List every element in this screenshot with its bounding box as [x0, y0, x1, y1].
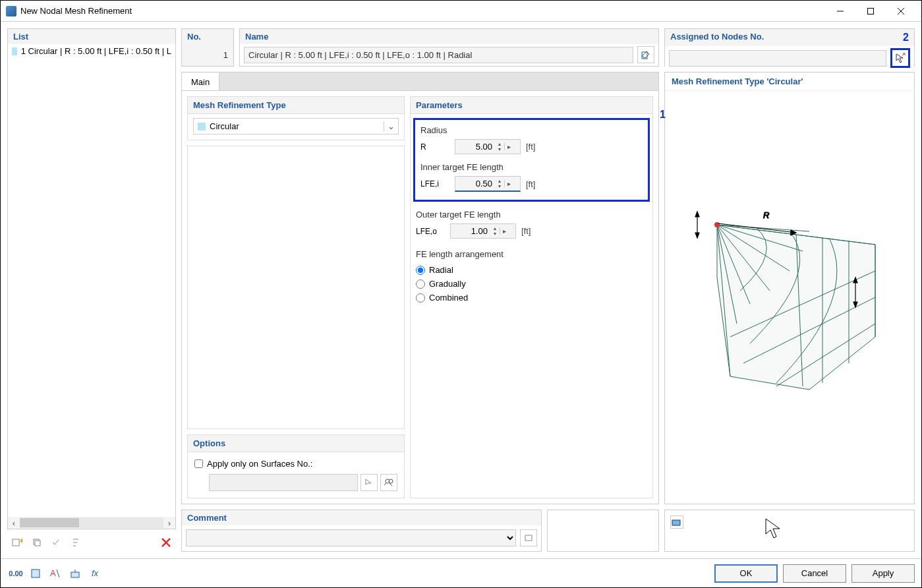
chevron-down-icon: ⌄ — [384, 121, 398, 131]
inner-spinner[interactable]: ▴▾ — [495, 179, 504, 189]
find-surfaces-button[interactable] — [380, 474, 397, 491]
scroll-thumb[interactable] — [20, 518, 79, 527]
tabs: Main — [181, 72, 659, 90]
svg-marker-38 — [695, 212, 699, 217]
cancel-button[interactable]: Cancel — [783, 564, 846, 583]
titlebar: New Nodal Mesh Refinement — [1, 1, 921, 22]
options-header: Options — [188, 435, 404, 452]
outer-more[interactable]: ▸ — [500, 227, 509, 235]
svg-text:✶: ✶ — [18, 537, 22, 546]
minimize-button[interactable] — [825, 1, 855, 21]
tab-main[interactable]: Main — [182, 73, 219, 90]
radius-input[interactable] — [455, 140, 495, 154]
edit-name-button[interactable] — [637, 46, 654, 63]
svg-marker-39 — [695, 233, 699, 238]
type-combo[interactable]: Circular ⌄ — [193, 118, 399, 134]
no-input[interactable] — [182, 44, 233, 66]
parameters-panel: Parameters 1 Radius R — [410, 96, 653, 498]
parameters-highlight: Radius R ▴▾ ▸ [ft] — [413, 118, 650, 202]
radius-symbol: R — [420, 142, 449, 152]
svg-text:A: A — [50, 568, 56, 578]
type-header: Mesh Refinement Type — [188, 97, 404, 114]
svg-rect-7 — [35, 541, 40, 546]
options-panel: Options Apply only on Surfaces No.: — [187, 434, 405, 498]
window-title: New Nodal Mesh Refinement — [20, 6, 825, 16]
mesh-diagram-icon: R — [677, 192, 902, 403]
name-input[interactable] — [244, 47, 633, 63]
inner-symbol: LFE,i — [420, 179, 449, 189]
assigned-input[interactable] — [669, 50, 886, 67]
svg-rect-43 — [672, 520, 680, 525]
svg-rect-44 — [32, 570, 40, 577]
comment-header: Comment — [182, 510, 541, 525]
no-header: No. — [182, 29, 233, 44]
list-header: List — [8, 29, 175, 44]
svg-line-15 — [384, 483, 386, 486]
comment-combo[interactable] — [186, 529, 516, 546]
radio-gradually[interactable] — [416, 279, 425, 289]
preview-panel: Mesh Refinement Type 'Circular' — [664, 72, 915, 504]
svg-rect-16 — [525, 535, 532, 541]
svg-point-33 — [714, 222, 720, 227]
radio-radial[interactable] — [416, 266, 425, 275]
close-button[interactable] — [886, 1, 916, 21]
radio-combined-label: Combined — [429, 293, 468, 303]
arrangement-label: FE length arrangement — [411, 249, 652, 259]
assigned-header: Assigned to Nodes No. — [670, 32, 764, 44]
footer: 0.00 A fx OK Cancel Apply — [1, 558, 921, 587]
view1-button[interactable] — [27, 566, 44, 581]
name-header: Name — [240, 29, 658, 44]
inner-input[interactable] — [455, 177, 495, 191]
callout-1: 1 — [660, 109, 666, 121]
radius-unit: [ft] — [526, 142, 535, 152]
type-section: Mesh Refinement Type Circular ⌄ — [187, 96, 405, 140]
outer-symbol: LFE,o — [416, 227, 445, 236]
inner-more[interactable]: ▸ — [504, 180, 513, 187]
parameters-header: Parameters — [416, 100, 463, 110]
svg-text:R: R — [763, 210, 769, 220]
preview-tool-button[interactable] — [670, 515, 683, 529]
sort-button[interactable] — [68, 535, 85, 550]
surfaces-input[interactable] — [209, 474, 358, 491]
list-item[interactable]: 1 Circular | R : 5.00 ft | LFE,i : 0.50 … — [8, 44, 175, 58]
radio-radial-label: Radial — [429, 265, 453, 275]
copy-item-button[interactable] — [28, 535, 45, 550]
list-panel: List 1 Circular | R : 5.00 ft | LFE,i : … — [7, 28, 176, 529]
units-button[interactable]: 0.00 — [7, 566, 24, 581]
apply-button[interactable]: Apply — [851, 564, 915, 583]
list-scrollbar[interactable]: ‹ › — [8, 517, 175, 529]
outer-unit: [ft] — [521, 226, 531, 236]
ok-button[interactable]: OK — [714, 564, 778, 583]
comment-preview — [547, 510, 659, 552]
scroll-left-icon[interactable]: ‹ — [8, 517, 20, 529]
delete-button[interactable] — [158, 535, 175, 550]
callout-2: 2 — [903, 32, 909, 44]
outer-input[interactable] — [451, 224, 490, 238]
no-panel: No. — [181, 28, 234, 67]
view2-button[interactable]: A — [47, 566, 64, 581]
check-button[interactable] — [48, 535, 65, 550]
radius-more[interactable]: ▸ — [504, 143, 513, 150]
fx-button[interactable]: fx — [86, 566, 103, 581]
scroll-right-icon[interactable]: › — [163, 517, 175, 529]
comment-attach-button[interactable] — [520, 529, 537, 546]
radio-combined[interactable] — [416, 293, 425, 303]
type-swatch — [198, 123, 206, 131]
app-icon — [6, 6, 16, 16]
pick-nodes-button[interactable]: × — [890, 48, 910, 68]
radius-spinner[interactable]: ▴▾ — [495, 142, 504, 152]
new-item-button[interactable]: ✶ — [9, 535, 26, 550]
assigned-panel: Assigned to Nodes No. 2 × — [664, 28, 915, 67]
outer-spinner[interactable]: ▴▾ — [490, 226, 500, 237]
item-color-swatch — [12, 47, 17, 55]
svg-text:×: × — [902, 53, 906, 59]
list-toolbar: ✶ — [7, 533, 176, 552]
apply-surfaces-checkbox[interactable] — [194, 459, 203, 468]
preview-header: Mesh Refinement Type 'Circular' — [665, 73, 914, 91]
view3-button[interactable] — [67, 566, 84, 581]
maximize-button[interactable] — [855, 1, 886, 21]
list-item-label: 1 Circular | R : 5.00 ft | LFE,i : 0.50 … — [21, 46, 171, 56]
comment-panel: Comment — [181, 510, 542, 552]
list-body[interactable]: 1 Circular | R : 5.00 ft | LFE,i : 0.50 … — [8, 44, 175, 529]
pick-surfaces-button[interactable] — [360, 474, 378, 491]
